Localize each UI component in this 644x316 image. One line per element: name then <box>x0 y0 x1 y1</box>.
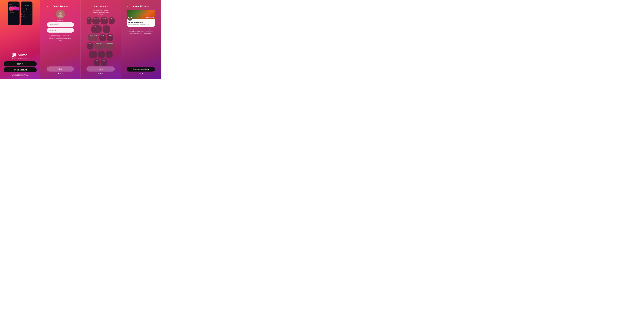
interest-photography[interactable]: photography <box>104 42 114 50</box>
preview-info-text: We will use this info to create your Nos… <box>127 29 155 35</box>
receive-action[interactable]: ↓ RECEIVE <box>29 8 31 10</box>
progress-dots-panel4 <box>139 73 143 74</box>
interest-primal[interactable]: primal <box>98 51 105 58</box>
preview-avatar <box>128 17 132 21</box>
add-photo-label[interactable]: add photo <box>58 20 63 21</box>
create-account-panel: ← Create Account add photo Create a publ… <box>40 0 80 79</box>
progress-dots-panel2 <box>58 73 62 74</box>
dot-3 <box>142 73 143 74</box>
wallet-tx: NVK · 1d Called it 21↑ <box>22 16 32 17</box>
phone-mockups: Latest with Replies jack · 5m Big day to… <box>8 2 32 25</box>
panel3-title: Your Interests <box>94 5 108 8</box>
panel3-header: ← Your Interests <box>86 4 115 8</box>
svg-point-2 <box>59 12 62 15</box>
primal-logo-icon <box>12 53 16 58</box>
interest-philosophy[interactable]: philosophy <box>94 42 103 50</box>
terms-text: By proceeding you accept our Terms of Se… <box>12 74 28 76</box>
panel4-header: ← Account Preview <box>127 4 155 8</box>
phone-feed: Latest with Replies jack · 5m Big day to… <box>8 2 20 25</box>
logo-tagline: Discover the Best of Nostr <box>12 58 28 60</box>
interests-panel: ← Your Interests Tells us about your int… <box>80 0 121 79</box>
interest-human-rights[interactable]: human rights <box>88 34 98 41</box>
logo-text: primal <box>18 53 28 57</box>
interest-fun-memes[interactable]: fun & memes <box>91 25 102 33</box>
sign-in-button[interactable]: Sign In <box>4 61 37 66</box>
wallet-unit: sats <box>22 7 32 7</box>
create-account-helper-text: Create a public profile on Nostr. Choose… <box>47 34 74 41</box>
preview-profile: Dikaios1517 Reviews Just a throwaway npu… <box>127 19 155 27</box>
display-name-input[interactable] <box>47 22 74 27</box>
interests-subtitle: Tells us about your interestsand we will… <box>92 10 109 16</box>
privacy-policy-link[interactable]: Privacy Policy <box>22 75 28 76</box>
back-button-panel3[interactable]: ← <box>86 5 89 8</box>
wallet-tx: ODELL · 27m Great having you at Bitcoin … <box>22 12 32 13</box>
dot-2 <box>140 73 141 74</box>
phone-feed-header: Latest with Replies <box>9 4 19 4</box>
wallet-amount: 10,794 <box>22 5 32 6</box>
wallet-tx: preston · 2h 33m Primal rocks! 5000↑ <box>22 13 32 14</box>
interests-grid: art bitcoin finance food fun & memes gam… <box>86 17 115 66</box>
wallet-header: Wallet <box>22 4 32 4</box>
chat-item: jack · 5m Big day today. One of many to … <box>9 4 19 5</box>
phone-wallet: Wallet 10,794 sats ↑ SEND ⊞ SCAN ↓ RECEI… <box>20 2 32 25</box>
create-account-button[interactable]: Create Account <box>4 67 37 72</box>
preview-card: change banner Dikaios1517 Reviews Just a… <box>127 10 155 27</box>
panel2-title: Create Account <box>53 5 68 8</box>
interest-art[interactable]: art <box>86 17 92 25</box>
dot-1 <box>98 73 99 74</box>
interest-gaming[interactable]: gaming <box>102 25 110 33</box>
scan-action[interactable]: ⊞ SCAN <box>26 8 28 10</box>
dot-2 <box>60 73 61 74</box>
change-banner-button[interactable]: change banner <box>146 17 154 18</box>
interest-podcasts[interactable]: podcasts <box>89 51 97 58</box>
avatar-silhouette-icon <box>58 11 63 17</box>
svg-point-1 <box>14 55 14 56</box>
interest-food[interactable]: food <box>109 17 115 25</box>
interest-finance[interactable]: finance <box>100 17 108 25</box>
interest-news[interactable]: news <box>107 34 113 41</box>
about-you-input[interactable] <box>47 28 74 33</box>
preview-bio: Just a throwaway npub for reviewing Nost… <box>128 24 154 25</box>
progress-dots-panel3 <box>98 73 103 74</box>
send-action[interactable]: ↑ SEND <box>22 8 24 10</box>
preview-display-name: Dikaios1517 Reviews <box>128 22 154 24</box>
preview-avatar-image <box>128 17 132 21</box>
next-button-panel3[interactable]: Next <box>86 66 115 72</box>
avatar-upload[interactable] <box>56 10 65 19</box>
panel4-title: Account Preview <box>132 5 149 8</box>
chat-item: preston Welcome to #Nostr! A magical pla… <box>9 6 19 7</box>
dot-1 <box>58 73 59 74</box>
terms-of-service-link[interactable]: Terms of Service <box>12 75 20 76</box>
back-button-panel2[interactable]: ← <box>47 5 49 8</box>
logo-section: primal Discover the Best of Nostr <box>12 53 28 60</box>
chat-item: jack · 5h 32m Don't stop keep building ⚡… <box>9 12 19 13</box>
dot-2 <box>100 73 101 74</box>
wallet-tx: jack · 5h 32m Don't stop keep building 1… <box>22 14 32 15</box>
back-button-panel4[interactable]: ← <box>127 5 129 8</box>
landing-panel: Latest with Replies jack · 5m Big day to… <box>0 0 40 79</box>
dot-3 <box>102 73 103 74</box>
cat-nft: 🐱 <box>9 7 19 10</box>
next-button-panel2[interactable]: Next <box>47 66 74 72</box>
create-account-now-button[interactable]: Create Account Now <box>127 67 155 72</box>
interest-bitcoin[interactable]: bitcoin <box>92 17 100 25</box>
chat-item: pablof7z · 32m Primal rocks! ⚡5000 <box>9 10 19 11</box>
interest-travel[interactable]: travel <box>101 59 107 66</box>
account-preview-panel: ← Account Preview change banner Dikaios1… <box>121 0 161 79</box>
wallet-tx: Primal Store · 1d Bought sats for 0.99 $… <box>22 18 32 19</box>
dot-3 <box>62 73 62 74</box>
panel2-header: ← Create Account <box>47 4 74 8</box>
interest-tech[interactable]: tech <box>94 59 100 66</box>
interest-music[interactable]: music <box>99 34 106 41</box>
dot-1 <box>139 73 140 74</box>
interest-sports[interactable]: sports <box>106 51 112 58</box>
interest-nostr[interactable]: nostr <box>87 42 93 50</box>
